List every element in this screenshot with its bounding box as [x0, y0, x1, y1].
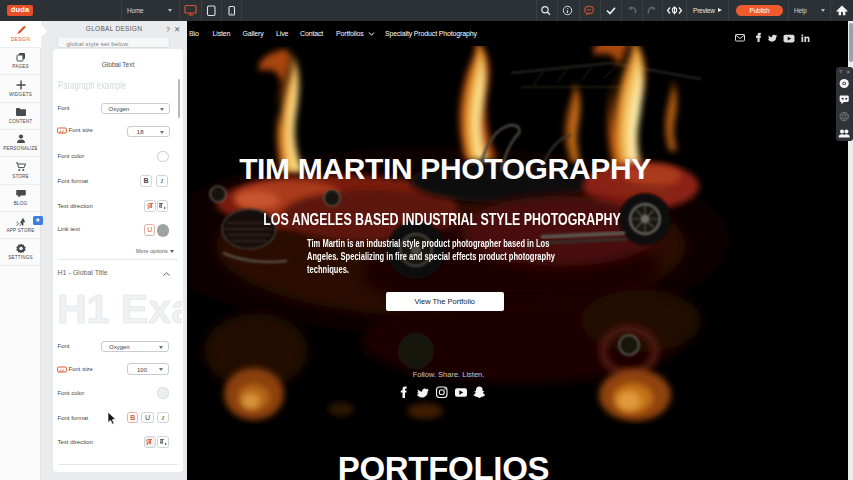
svg-text:?: ?: [839, 69, 842, 75]
svg-text:✕: ✕: [846, 69, 851, 75]
